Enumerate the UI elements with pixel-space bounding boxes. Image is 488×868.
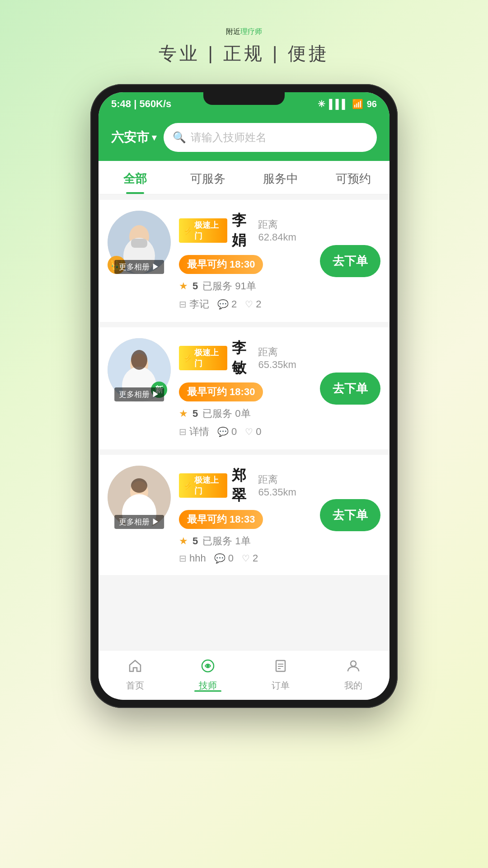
like-count: 0 xyxy=(256,426,261,438)
page-subtitle: 专业 | 正规 | 便捷 xyxy=(0,41,488,66)
location-text: 六安市 xyxy=(111,129,149,146)
store-item: ⊟ 李记 xyxy=(179,297,209,311)
nav-orders-label: 订单 xyxy=(272,679,290,692)
like-item: ♡ 2 xyxy=(245,298,261,310)
like-item: ♡ 0 xyxy=(245,426,261,438)
bluetooth-icon: ✳ xyxy=(318,99,325,109)
distance-text: 距离65.35km xyxy=(258,473,312,498)
nav-orders[interactable]: 订单 xyxy=(244,659,317,692)
location-arrow-icon: ▾ xyxy=(152,132,156,143)
order-button[interactable]: 去下单 xyxy=(320,373,380,405)
profile-icon xyxy=(346,659,361,677)
phone-notch xyxy=(203,92,285,105)
avatar-more: 更多相册 ▶ xyxy=(114,515,164,529)
order-button[interactable]: 去下单 xyxy=(320,499,380,531)
store-icon: ⊟ xyxy=(179,553,187,564)
therapist-icon xyxy=(201,659,215,677)
svg-point-11 xyxy=(131,478,147,493)
served-count: 已服务 1单 xyxy=(202,534,250,548)
fast-label: 极速上门 xyxy=(194,220,223,241)
fast-badge: ⚡ 极速上门 xyxy=(179,473,227,498)
location-selector[interactable]: 六安市 ▾ xyxy=(111,129,156,146)
like-count: 2 xyxy=(256,298,261,310)
bottom-nav: 首页 技师 xyxy=(99,650,389,700)
svg-point-18 xyxy=(351,661,356,666)
status-icons: ✳ ▌▌▌ 📶 96 xyxy=(318,99,377,109)
earliest-badge: 最早可约 18:30 xyxy=(179,255,263,274)
comment-count: 0 xyxy=(231,426,237,438)
fast-badge: ⚡ 极速上门 xyxy=(179,346,227,370)
lightning-icon: ⚡ xyxy=(183,354,192,363)
like-item: ♡ 2 xyxy=(242,552,258,564)
avatar-wrap[interactable]: 👑 更多相册 ▶ xyxy=(108,211,171,274)
avatar-wrap[interactable]: 更多相册 ▶ xyxy=(108,466,171,529)
therapist-card: 新 更多相册 ▶ ⚡ 极速上门 李敏 距离65.35km 最早可约 18:30 … xyxy=(99,327,389,449)
page-title: 附近理疗师 xyxy=(0,27,488,37)
battery-icon: 96 xyxy=(367,99,377,109)
order-button[interactable]: 去下单 xyxy=(320,245,380,277)
store-name: 详情 xyxy=(189,425,209,439)
name-badge-row: ⚡ 极速上门 郑翠 xyxy=(179,466,258,505)
search-box[interactable]: 🔍 请输入技师姓名 xyxy=(164,123,377,152)
nav-profile-label: 我的 xyxy=(344,679,362,692)
star-icon: ★ xyxy=(179,535,188,547)
search-icon: 🔍 xyxy=(173,131,186,144)
comment-icon: 💬 xyxy=(217,299,229,310)
nav-home[interactable]: 首页 xyxy=(99,659,171,692)
therapist-list: 👑 更多相册 ▶ ⚡ 极速上门 李娟 距离62.84km 最早可约 18:30 … xyxy=(99,194,389,650)
tab-available[interactable]: 可服务 xyxy=(171,161,244,194)
star-score: 5 xyxy=(192,535,198,547)
nav-therapist-label: 技师 xyxy=(199,679,217,692)
fast-badge: ⚡ 极速上门 xyxy=(179,218,227,243)
tab-all[interactable]: 全部 xyxy=(99,161,171,194)
star-icon: ★ xyxy=(179,408,188,420)
stats-row: ★ 5 已服务 1单 xyxy=(179,534,312,548)
comment-item: 💬 2 xyxy=(217,298,237,310)
store-icon: ⊟ xyxy=(179,426,187,437)
tab-bookable[interactable]: 可预约 xyxy=(317,161,389,194)
nav-therapist[interactable]: 技师 xyxy=(171,659,244,692)
star-icon: ★ xyxy=(179,280,188,292)
like-icon: ♡ xyxy=(245,426,253,437)
star-score: 5 xyxy=(192,280,198,292)
tab-serving[interactable]: 服务中 xyxy=(244,161,317,194)
card-top-row: ⚡ 极速上门 李娟 距离62.84km xyxy=(179,211,312,250)
card-info: ⚡ 极速上门 李敏 距离65.35km 最早可约 18:30 ★ 5 已服务 0… xyxy=(179,338,312,439)
avatar-more: 更多相册 ▶ xyxy=(114,260,164,274)
store-name: 李记 xyxy=(189,297,209,311)
distance-text: 距离65.35km xyxy=(258,345,312,371)
like-icon: ♡ xyxy=(242,553,250,564)
nav-profile[interactable]: 我的 xyxy=(317,659,389,692)
store-item: ⊟ hhh xyxy=(179,552,206,564)
meta-row: ⊟ 李记 💬 2 ♡ 2 xyxy=(179,297,312,311)
lightning-icon: ⚡ xyxy=(183,226,192,235)
status-time: 5:48 | 560K/s xyxy=(111,98,171,110)
name-badge-row: ⚡ 极速上门 李敏 xyxy=(179,338,258,378)
avatar-wrap[interactable]: 新 更多相册 ▶ xyxy=(108,338,171,401)
order-icon xyxy=(273,659,288,677)
avatar-more: 更多相册 ▶ xyxy=(114,387,164,401)
comment-icon: 💬 xyxy=(217,426,229,437)
fast-label: 极速上门 xyxy=(194,475,223,496)
comment-item: 💬 0 xyxy=(217,426,237,438)
app-header: 六安市 ▾ 🔍 请输入技师姓名 xyxy=(99,116,389,161)
served-count: 已服务 0单 xyxy=(202,407,250,420)
svg-point-13 xyxy=(206,665,209,667)
served-count: 已服务 91单 xyxy=(202,279,256,293)
like-icon: ♡ xyxy=(245,299,253,310)
earliest-badge: 最早可约 18:30 xyxy=(179,382,263,401)
signal-icon: ▌▌▌ xyxy=(329,99,348,109)
therapist-name: 李敏 xyxy=(232,338,258,378)
comment-icon: 💬 xyxy=(214,553,225,564)
store-icon: ⊟ xyxy=(179,299,187,310)
fast-label: 极速上门 xyxy=(194,347,223,369)
lightning-icon: ⚡ xyxy=(183,481,192,490)
phone-screen: 5:48 | 560K/s ✳ ▌▌▌ 📶 96 六安市 ▾ 🔍 请输入技师姓名 xyxy=(99,92,389,700)
card-info: ⚡ 极速上门 李娟 距离62.84km 最早可约 18:30 ★ 5 已服务 9… xyxy=(179,211,312,311)
home-icon xyxy=(128,659,142,677)
wifi-icon: 📶 xyxy=(352,99,363,109)
phone-frame: 5:48 | 560K/s ✳ ▌▌▌ 📶 96 六安市 ▾ 🔍 请输入技师姓名 xyxy=(90,84,398,708)
therapist-name: 李娟 xyxy=(232,211,258,250)
page-header: 附近理疗师 专业 | 正规 | 便捷 xyxy=(0,0,488,80)
star-score: 5 xyxy=(192,408,198,420)
